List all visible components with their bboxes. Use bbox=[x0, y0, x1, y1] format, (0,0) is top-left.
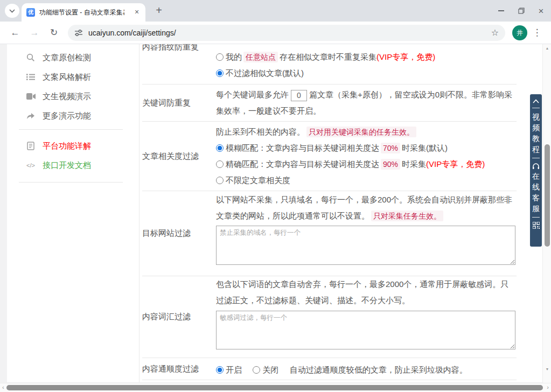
tab-close-icon[interactable]: × bbox=[132, 8, 141, 17]
headset-icon[interactable] bbox=[532, 163, 540, 170]
browser-window: 优 功能细节设置 - 自动文章采集器 × + × ← → ↻ ucaiyun.c… bbox=[0, 0, 551, 392]
fingerprint-option-my-sites[interactable]: 我的任意站点存在相似文章时不重复采集(VIP专享，免费) bbox=[216, 49, 517, 65]
scroll-right-arrow-icon[interactable]: › bbox=[547, 384, 549, 390]
setting-row-fluency-filter: 内容通顺度过滤 开启 关闭 自动过滤通顺度较低的文章，防止采到垃圾内容。 bbox=[142, 358, 517, 380]
address-bar[interactable]: ucaiyun.com/caiji/settings/ ☆ bbox=[68, 25, 505, 41]
keyword-limit-input[interactable] bbox=[291, 90, 307, 101]
setting-row-word-filter: 内容词汇过滤 包含以下词语的文章自动舍弃，每行一个，最多2000个，通常用于屏蔽… bbox=[142, 276, 517, 358]
back-to-top-button[interactable] bbox=[533, 99, 539, 103]
share-arrow-icon bbox=[26, 111, 36, 121]
option-text: 时采集 bbox=[402, 159, 426, 169]
sidebar: 文章原创检测 文案风格解析 文生视频演示 bbox=[7, 44, 139, 382]
radio-checked-icon[interactable] bbox=[216, 366, 224, 374]
back-button[interactable]: ← bbox=[9, 26, 22, 39]
exact-threshold: 90% bbox=[381, 159, 400, 170]
minimize-icon bbox=[498, 10, 504, 11]
setting-row-relevance-filter: 文章相关度过滤 防止采到不相关的内容。只对用关键词采集的任务生效。 模糊匹配：文… bbox=[142, 122, 517, 191]
url-text[interactable]: ucaiyun.com/caiji/settings/ bbox=[88, 29, 176, 37]
close-icon: × bbox=[539, 6, 544, 16]
new-tab-button[interactable]: + bbox=[153, 5, 165, 17]
radio-checked-icon[interactable] bbox=[216, 69, 224, 77]
setting-content: 以下网站不采集，只填域名，每行一个，最多200个。系统会自动识别并屏蔽那些非文章… bbox=[216, 191, 517, 276]
any-site-link[interactable]: 任意站点 bbox=[243, 52, 278, 62]
browser-menu-icon[interactable]: ⋮ bbox=[532, 27, 542, 38]
vertical-scrollbar[interactable]: ▲ ▼ bbox=[542, 44, 551, 383]
fluency-option-on[interactable]: 开启 bbox=[216, 365, 242, 374]
qr-code-icon bbox=[533, 222, 540, 229]
sidebar-item-more-demos[interactable]: 更多演示功能 bbox=[7, 106, 139, 125]
relevance-option-none[interactable]: 不限定文章相关度 bbox=[216, 172, 517, 188]
option-text: 我的 bbox=[226, 52, 242, 61]
relevance-option-fuzzy[interactable]: 模糊匹配：文章内容与目标关键词相关度达70%时采集(默认) bbox=[216, 140, 517, 156]
radio-unchecked-icon[interactable] bbox=[253, 366, 260, 374]
scroll-down-arrow-icon[interactable]: ▼ bbox=[543, 367, 551, 371]
page-background: 文章原创检测 文案风格解析 文生视频演示 bbox=[0, 44, 551, 392]
site-settings-tune-icon[interactable] bbox=[74, 29, 83, 37]
sidebar-item-label: 文章原创检测 bbox=[43, 53, 91, 63]
radio-unchecked-icon[interactable] bbox=[216, 160, 224, 168]
sidebar-item-originality-check[interactable]: 文章原创检测 bbox=[7, 48, 139, 67]
horizontal-scrollbar[interactable]: ‹ › bbox=[0, 383, 551, 392]
setting-content: 我的任意站点存在相似文章时不重复采集(VIP专享，免费) 不过滤相似文章(默认) bbox=[216, 44, 517, 84]
profile-avatar[interactable]: 井 bbox=[512, 25, 527, 40]
fingerprint-option-no-filter[interactable]: 不过滤相似文章(默认) bbox=[216, 65, 517, 81]
video-tutorial-button[interactable]: 视频教程 bbox=[532, 111, 540, 155]
setting-content: 防止采到不相关的内容。只对用关键词采集的任务生效。 模糊匹配：文章内容与目标关键… bbox=[216, 122, 517, 191]
word-filter-desc: 包含以下词语的文章自动舍弃，每行一个，最多2000个，通常用于屏蔽敏感词。只过滤… bbox=[216, 276, 517, 309]
tab-search-button[interactable] bbox=[5, 4, 19, 18]
sidebar-item-style-analysis[interactable]: 文案风格解析 bbox=[7, 67, 139, 87]
horizontal-scrollbar-thumb[interactable] bbox=[6, 385, 543, 390]
bookmark-star-icon[interactable]: ☆ bbox=[491, 27, 499, 38]
sidebar-item-platform-features[interactable]: 平台功能详解 bbox=[7, 136, 139, 156]
tab-strip: 优 功能细节设置 - 自动文章采集器 × + × bbox=[0, 0, 551, 22]
browser-tab[interactable]: 优 功能细节设置 - 自动文章采集器 × bbox=[22, 3, 145, 22]
sidebar-item-text-to-video-demo[interactable]: 文生视频演示 bbox=[7, 87, 139, 106]
code-icon: </> bbox=[26, 160, 36, 170]
restore-icon bbox=[518, 8, 525, 14]
radio-checked-icon[interactable] bbox=[216, 144, 224, 152]
setting-label: 关键词防重复 bbox=[142, 85, 216, 121]
restore-button[interactable] bbox=[511, 0, 531, 22]
setting-row-site-filter: 目标网站过滤 以下网站不采集，只填域名，每行一个，最多200个。系统会自动识别并… bbox=[142, 191, 517, 276]
sidebar-item-label: 平台功能详解 bbox=[43, 141, 91, 151]
panel-divider bbox=[532, 158, 540, 158]
sidebar-item-label: 文案风格解析 bbox=[43, 72, 91, 82]
qr-code-button[interactable] bbox=[533, 222, 540, 229]
relevance-option-exact[interactable]: 精确匹配：文章内容与目标关键词相关度达90%时采集(VIP专享，免费) bbox=[216, 156, 517, 172]
minimize-button[interactable] bbox=[491, 0, 511, 22]
vertical-scrollbar-thumb[interactable] bbox=[545, 144, 550, 247]
keyword-limit-text-pre: 每个关键词最多允许 bbox=[216, 90, 289, 99]
online-service-button[interactable]: 在线客服 bbox=[532, 171, 540, 214]
site-filter-textarea[interactable] bbox=[216, 226, 515, 265]
content-card: 文章原创检测 文案风格解析 文生视频演示 bbox=[7, 44, 542, 382]
setting-label: 内容词汇过滤 bbox=[142, 276, 216, 358]
sidebar-item-label: 接口开发文档 bbox=[43, 160, 91, 171]
scroll-up-arrow-icon[interactable]: ▲ bbox=[543, 46, 551, 50]
option-text: 存在相似文章时不重复采集 bbox=[280, 52, 376, 61]
fluency-option-off[interactable]: 关闭 bbox=[253, 365, 278, 374]
desc-text: 防止采到不相关的内容。 bbox=[216, 127, 305, 136]
reload-button[interactable]: ↻ bbox=[47, 26, 60, 39]
close-button[interactable]: × bbox=[531, 0, 551, 22]
desc-text: 以下网站不采集，只填域名，每行一个，最多200个。系统会自动识别并屏蔽那些非文章… bbox=[216, 195, 512, 220]
video-camera-icon bbox=[26, 92, 36, 101]
sidebar-item-label: 更多演示功能 bbox=[43, 111, 91, 121]
option-text: 不限定文章相关度 bbox=[226, 176, 290, 185]
chevron-down-icon bbox=[9, 9, 15, 13]
radio-unchecked-icon[interactable] bbox=[216, 53, 224, 61]
option-text: 时采集(默认) bbox=[402, 143, 448, 152]
scroll-left-arrow-icon[interactable]: ‹ bbox=[2, 384, 4, 390]
numbered-list-icon bbox=[26, 72, 36, 82]
setting-row-keyword-dedup: 关键词防重复 每个关键词最多允许篇文章（采集+原创），留空或设为0则不限。非常影… bbox=[142, 85, 517, 122]
browser-toolbar: ← → ↻ ucaiyun.com/caiji/settings/ ☆ 井 ⋮ bbox=[0, 22, 551, 44]
word-filter-textarea[interactable] bbox=[216, 311, 515, 349]
sidebar-item-api-docs[interactable]: </> 接口开发文档 bbox=[7, 156, 139, 175]
collect-task-note: 只对采集任务生效。 bbox=[371, 211, 443, 221]
option-text: 关闭 bbox=[262, 365, 278, 374]
settings-form: 内容指纹防重复 我的任意站点存在相似文章时不重复采集(VIP专享，免费) 不过滤… bbox=[139, 44, 517, 382]
setting-content: 包含以下词语的文章自动舍弃，每行一个，最多2000个，通常用于屏蔽敏感词。只过滤… bbox=[216, 276, 517, 358]
option-text: 精确匹配：文章内容与目标关键词相关度达 bbox=[226, 159, 379, 169]
forward-button[interactable]: → bbox=[28, 26, 41, 39]
radio-unchecked-icon[interactable] bbox=[216, 177, 224, 184]
option-text: 不过滤相似文章(默认) bbox=[226, 68, 304, 78]
